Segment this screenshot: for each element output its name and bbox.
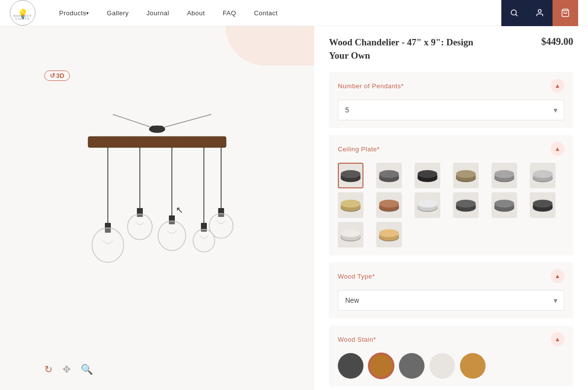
- nav-journal[interactable]: Journal: [138, 0, 178, 26]
- plate-item-3[interactable]: [415, 163, 440, 188]
- ceiling-plate-section: Ceiling Plate* ▲: [329, 135, 573, 255]
- wood-stain-header[interactable]: Wood Stain* ▲: [329, 325, 573, 353]
- 3d-icon: ↺: [50, 72, 55, 79]
- svg-line-1: [516, 14, 517, 16]
- svg-point-26: [158, 221, 186, 250]
- header: 💡 HANGOUT LIGHTS Products Gallery Journa…: [0, 0, 588, 26]
- product-panel: Wood Chandelier - 47" x 9": Design Your …: [314, 26, 588, 390]
- plate-item-13[interactable]: [338, 222, 363, 248]
- wood-stain-collapse-button[interactable]: ▲: [551, 332, 564, 346]
- plate-item-8[interactable]: [376, 192, 402, 218]
- cart-icon: [561, 8, 570, 17]
- plate-item-11[interactable]: [491, 192, 517, 218]
- product-price: $449.00: [541, 36, 573, 47]
- svg-point-41: [379, 170, 399, 178]
- user-icon: [535, 8, 544, 17]
- plate-item-14[interactable]: [376, 222, 402, 248]
- svg-point-77: [379, 229, 399, 237]
- svg-point-59: [379, 200, 399, 208]
- svg-point-68: [494, 200, 514, 208]
- svg-point-22: [128, 214, 152, 240]
- wood-stain-section: Wood Stain* ▲: [329, 325, 573, 387]
- plate-item-10[interactable]: [453, 192, 479, 218]
- pendants-select[interactable]: 1 2 3 4 5 6 7 8: [338, 100, 564, 120]
- plate-item-5[interactable]: [491, 163, 517, 188]
- svg-point-50: [494, 170, 514, 178]
- wood-stain-grid: [338, 353, 564, 379]
- svg-point-53: [533, 170, 553, 178]
- pendants-body: 1 2 3 4 5 6 7 8: [329, 100, 573, 128]
- viewer-controls: ↻ ✥ 🔍: [44, 363, 93, 375]
- svg-point-18: [92, 228, 124, 262]
- svg-text:↖: ↖: [176, 205, 183, 215]
- pendants-label: Number of Pendants*: [338, 82, 404, 90]
- svg-point-74: [341, 229, 360, 237]
- plate-item-12[interactable]: [530, 192, 555, 218]
- plate-item-2[interactable]: [376, 163, 402, 188]
- 3d-badge-text: ↺ 3D: [44, 71, 70, 81]
- wood-type-collapse-button[interactable]: ▲: [551, 269, 564, 283]
- stain-swatch-4[interactable]: [429, 353, 455, 379]
- product-title-row: Wood Chandelier - 47" x 9": Design Your …: [329, 36, 573, 62]
- plate-grid: [338, 163, 564, 248]
- svg-rect-8: [88, 137, 226, 147]
- svg-point-0: [511, 10, 517, 15]
- nav-contact[interactable]: Contact: [245, 0, 287, 26]
- nav-about[interactable]: About: [178, 0, 214, 26]
- pendants-collapse-button[interactable]: ▲: [551, 79, 564, 93]
- svg-point-62: [418, 200, 437, 208]
- stain-swatch-2[interactable]: [368, 353, 394, 379]
- ceiling-plate-label: Ceiling Plate*: [338, 145, 380, 153]
- ceiling-plate-header[interactable]: Ceiling Plate* ▲: [329, 135, 573, 163]
- main-content: ↺ 3D: [0, 26, 588, 390]
- plate-item-7[interactable]: [338, 192, 363, 218]
- search-button[interactable]: [501, 0, 527, 26]
- pendants-header[interactable]: Number of Pendants* ▲: [329, 72, 573, 100]
- plate-item-9[interactable]: [415, 192, 440, 218]
- header-icons: [501, 0, 578, 26]
- svg-point-38: [341, 170, 360, 178]
- ceiling-plate-body: [329, 163, 573, 255]
- bg-decoration: [226, 26, 314, 66]
- move-control[interactable]: ✥: [63, 363, 71, 375]
- wood-stain-label: Wood Stain*: [338, 336, 376, 343]
- cart-button[interactable]: [553, 0, 578, 26]
- svg-point-65: [456, 200, 476, 208]
- wood-type-header[interactable]: Wood Type* ▲: [329, 262, 573, 290]
- svg-point-34: [209, 213, 233, 238]
- account-button[interactable]: [527, 0, 553, 26]
- svg-line-5: [157, 114, 211, 129]
- chandelier-viewer: ↖: [54, 105, 261, 312]
- wood-type-label: Wood Type*: [338, 273, 375, 280]
- pendants-section: Number of Pendants* ▲ 1 2 3 4 5 6 7 8: [329, 72, 573, 128]
- wood-stain-body: [329, 353, 573, 387]
- plate-item-6[interactable]: [530, 163, 555, 188]
- main-nav: Products Gallery Journal About FAQ Conta…: [50, 0, 501, 26]
- 3d-badge[interactable]: ↺ 3D: [44, 71, 70, 81]
- zoom-control[interactable]: 🔍: [81, 363, 93, 375]
- chandelier-svg: ↖: [54, 109, 261, 307]
- svg-point-44: [418, 170, 437, 178]
- svg-point-2: [538, 9, 541, 12]
- wood-type-select-wrapper: New Standard Premium Reclaimed: [338, 290, 564, 311]
- stain-swatch-5[interactable]: [460, 353, 486, 379]
- plate-item-1[interactable]: [338, 163, 363, 188]
- svg-point-71: [533, 200, 553, 208]
- wood-type-body: New Standard Premium Reclaimed: [329, 290, 573, 319]
- stain-swatch-1[interactable]: [338, 353, 363, 379]
- plate-item-4[interactable]: [453, 163, 479, 188]
- nav-products[interactable]: Products: [50, 0, 98, 26]
- rotate-control[interactable]: ↻: [44, 363, 53, 375]
- svg-rect-7: [151, 126, 163, 131]
- stain-swatch-3[interactable]: [399, 353, 425, 379]
- svg-line-4: [113, 114, 157, 129]
- nav-gallery[interactable]: Gallery: [98, 0, 138, 26]
- ceiling-plate-collapse-button[interactable]: ▲: [551, 142, 564, 156]
- pendants-select-wrapper: 1 2 3 4 5 6 7 8: [338, 100, 564, 120]
- nav-faq[interactable]: FAQ: [214, 0, 245, 26]
- product-title: Wood Chandelier - 47" x 9": Design Your …: [329, 36, 477, 62]
- wood-type-select[interactable]: New Standard Premium Reclaimed: [338, 290, 564, 311]
- logo[interactable]: 💡 HANGOUT LIGHTS: [10, 0, 35, 26]
- wood-type-section: Wood Type* ▲ New Standard Premium Reclai…: [329, 262, 573, 319]
- viewer-panel: ↺ 3D: [0, 26, 314, 390]
